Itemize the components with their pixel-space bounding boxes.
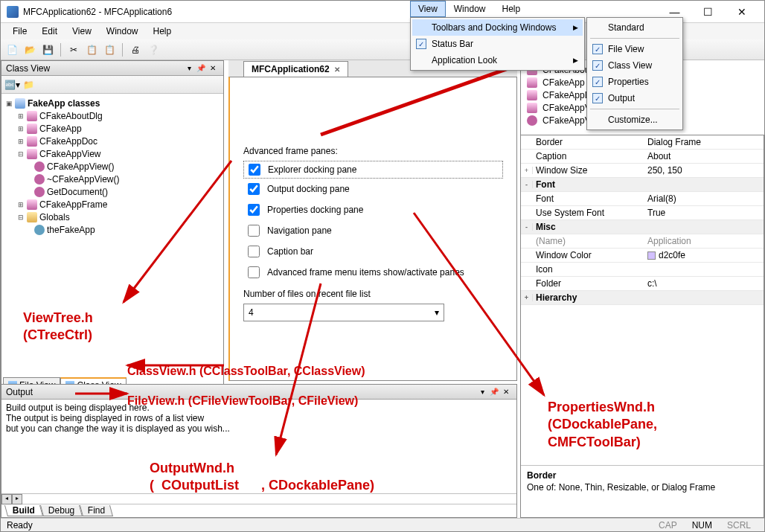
close-button[interactable]: ✕ [725, 1, 758, 23]
copy-button[interactable]: 📋 [83, 42, 100, 58]
output-line: Build output is being displayed here. [6, 403, 512, 413]
option-label: Navigation pane [267, 225, 332, 236]
close-icon[interactable]: ✕ [500, 388, 512, 396]
menu-help[interactable]: Help [147, 25, 178, 38]
pin-icon[interactable]: 📌 [195, 64, 207, 72]
output-tab-debug[interactable]: Debug [40, 505, 83, 516]
prop-row[interactable]: +Window Size250, 150 [521, 164, 764, 178]
view-menu-dropdown: Toolbars and Docking Windows ▶ ✓ Status … [410, 17, 585, 71]
property-grid[interactable]: BorderDialog FrameCaptionAbout+Window Si… [521, 135, 764, 305]
option-caption-bar[interactable]: Caption bar [243, 241, 503, 262]
prop-category[interactable]: -Misc [521, 220, 764, 234]
option-advanced-frame-menu-items-show-activate-panes[interactable]: Advanced frame menu items show/activate … [243, 262, 503, 283]
prop-row[interactable]: Icon [521, 263, 764, 277]
pane-menu-icon[interactable]: ▾ [183, 64, 195, 72]
properties-pane: BorderDialog FrameCaptionAbout+Window Si… [520, 135, 764, 518]
checkbox[interactable] [249, 164, 260, 176]
option-output-docking-pane[interactable]: Output docking pane [243, 179, 503, 199]
output-tab-build[interactable]: Build [4, 505, 43, 516]
output-tab-find[interactable]: Find [80, 505, 113, 516]
option-label: Advanced frame menu items show/activate … [267, 267, 464, 278]
menu-file[interactable]: File [7, 25, 33, 38]
new-folder-icon[interactable]: 📁 [23, 80, 34, 90]
prop-row[interactable]: Use System FontTrue [521, 206, 764, 220]
menu-view[interactable]: View [66, 25, 97, 38]
prop-row[interactable]: BorderDialog Frame [521, 135, 764, 150]
prop-row[interactable]: Window Colord2c0fe [521, 249, 764, 263]
option-navigation-pane[interactable]: Navigation pane [243, 220, 503, 241]
submenu-standard[interactable]: Standard [589, 19, 681, 36]
tree-class[interactable]: CFakeAppFrame [39, 199, 107, 210]
tree-folder[interactable]: Globals [39, 212, 70, 222]
tree-class[interactable]: CFakeAboutDlg [39, 111, 103, 121]
prop-category[interactable]: -Font [521, 178, 764, 192]
menu-statusbar[interactable]: ✓ Status Bar [412, 36, 583, 52]
new-button[interactable]: 📄 [4, 42, 20, 58]
save-button[interactable]: 💾 [39, 42, 56, 58]
check-icon: ✓ [592, 77, 603, 87]
output-line: The output is being displayed in rows of… [6, 413, 512, 423]
prop-row[interactable]: FontArial(8) [521, 192, 764, 206]
window-title: MFCApplication62 - MFCApplication6 [23, 7, 172, 17]
checkbox[interactable] [248, 266, 260, 278]
submenu-output[interactable]: ✓Output [589, 90, 681, 106]
menu-applook-label: Application Look [432, 55, 497, 65]
class-tree[interactable]: ▣FakeApp classes ⊞CFakeAboutDlg ⊞CFakeAp… [1, 94, 223, 239]
recent-files-label: Number of files on recent file list [243, 289, 503, 299]
tree-method[interactable]: CFakeAppView() [47, 161, 114, 172]
cut-button[interactable]: ✂ [65, 42, 82, 58]
option-label: Properties docking pane [267, 205, 363, 215]
checkbox[interactable] [248, 225, 260, 237]
tree-variable[interactable]: theFakeApp [47, 225, 95, 235]
prop-category[interactable]: +Hierarchy [521, 291, 764, 305]
menu-applook[interactable]: Application Look ▶ [412, 52, 583, 68]
scroll-left-icon[interactable]: ◂ [1, 494, 12, 504]
option-explorer-docking-pane[interactable]: Explorer docking pane [243, 161, 503, 179]
tree-class[interactable]: CFakeAppView [39, 149, 101, 159]
pin-icon[interactable]: 📌 [488, 388, 500, 396]
submenu-customize[interactable]: Customize... [589, 112, 681, 128]
close-icon[interactable]: ✕ [207, 64, 219, 72]
output-body[interactable]: Build output is being displayed here. Th… [1, 400, 516, 493]
menu-window-top[interactable]: Window [446, 1, 494, 17]
status-ready: Ready [7, 520, 33, 531]
output-tabs: Build Debug Find [1, 504, 516, 517]
prop-row[interactable]: CaptionAbout [521, 150, 764, 164]
tree-class[interactable]: CFakeApp [39, 124, 82, 134]
toolbars-submenu: Standard ✓File View ✓Class View ✓Propert… [586, 17, 683, 130]
checkbox[interactable] [248, 246, 260, 257]
checkbox[interactable] [248, 183, 260, 195]
pane-menu-icon[interactable]: ▾ [476, 388, 488, 396]
print-button[interactable]: 🖨 [127, 42, 144, 58]
prop-row[interactable]: Folderc:\ [521, 277, 764, 291]
tree-method[interactable]: GetDocument() [47, 187, 108, 197]
prop-row[interactable]: (Name)Application [521, 234, 764, 249]
submenu-classview[interactable]: ✓Class View [589, 57, 681, 74]
menu-window[interactable]: Window [100, 25, 144, 38]
property-description: Border One of: None, Thin, Resizable, or… [521, 465, 764, 517]
menu-help-top[interactable]: Help [493, 1, 528, 17]
tree-class[interactable]: CFakeAppDoc [39, 136, 97, 147]
sort-icon[interactable]: 🔤▾ [4, 80, 20, 90]
menu-toolbars[interactable]: Toolbars and Docking Windows ▶ [412, 19, 583, 36]
doc-tab-active[interactable]: MFCApplication62 ✕ [243, 61, 348, 77]
menu-edit[interactable]: Edit [36, 25, 63, 38]
close-tab-icon[interactable]: ✕ [334, 65, 340, 74]
scroll-right-icon[interactable]: ▸ [12, 494, 22, 504]
submenu-fileview[interactable]: ✓File View [589, 41, 681, 57]
tree-root[interactable]: FakeApp classes [28, 98, 100, 109]
checkbox[interactable] [248, 204, 260, 216]
output-scrollbar[interactable]: ◂ ▸ [1, 493, 516, 504]
list-item[interactable]: CFakeApp [542, 77, 585, 88]
app-icon [7, 6, 19, 18]
menu-view-open[interactable]: View [410, 1, 446, 17]
paste-button[interactable]: 📋 [101, 42, 118, 58]
recent-files-combo[interactable]: 4 ▾ [243, 304, 444, 321]
submenu-properties[interactable]: ✓Properties [589, 74, 681, 90]
help-button[interactable]: ❔ [145, 42, 161, 58]
option-properties-docking-pane[interactable]: Properties docking pane [243, 199, 503, 220]
menu-statusbar-label: Status Bar [432, 39, 473, 49]
maximize-button[interactable]: ☐ [691, 1, 725, 23]
open-button[interactable]: 📂 [22, 42, 38, 58]
tree-method[interactable]: ~CFakeAppView() [47, 174, 120, 185]
